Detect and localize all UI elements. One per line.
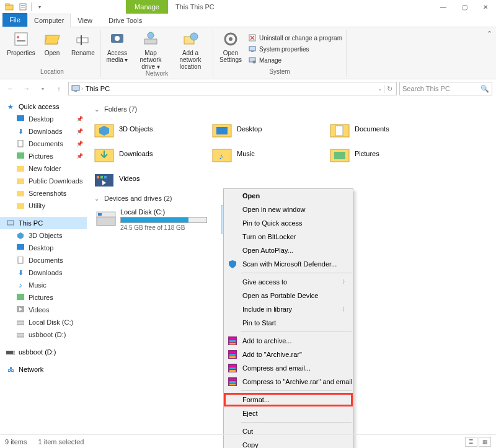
tab-computer[interactable]: Computer <box>27 14 71 27</box>
sidebar-usbboot[interactable]: usbboot (D:) <box>0 328 87 341</box>
svg-rect-73 <box>229 356 236 358</box>
maximize-button[interactable]: ▢ <box>454 0 475 14</box>
sidebar-quick-access[interactable]: ★Quick access <box>0 100 87 113</box>
ribbon-tabs: File Computer View Drive Tools <box>0 14 496 27</box>
ctx-autoplay[interactable]: Open AutoPlay... <box>224 244 353 257</box>
sidebar-this-pc[interactable]: This PC <box>0 217 87 229</box>
ctx-defender-scan[interactable]: Scan with Microsoft Defender... <box>224 257 353 271</box>
sidebar-desktop[interactable]: Desktop📌 <box>0 113 87 125</box>
sidebar-3d-objects[interactable]: 3D Objects <box>0 229 87 242</box>
ctx-pin-start[interactable]: Pin to Start <box>224 316 353 330</box>
search-box[interactable]: Search This PC 🔍 <box>399 82 492 95</box>
svg-rect-80 <box>229 381 236 383</box>
folder-videos[interactable]: Videos <box>93 166 211 191</box>
refresh-button[interactable]: ↻ <box>384 85 395 93</box>
svg-rect-1 <box>6 4 9 6</box>
sidebar-utility[interactable]: Utility <box>0 200 87 212</box>
pin-icon: 📌 <box>76 141 83 147</box>
folder-desktop[interactable]: Desktop <box>211 116 329 141</box>
ctx-add-archive[interactable]: Add to archive... <box>224 334 353 348</box>
svg-rect-26 <box>74 90 77 92</box>
sidebar-new-folder[interactable]: New folder <box>0 162 87 175</box>
svg-rect-57 <box>97 176 99 178</box>
qat-folder-icon[interactable] <box>4 1 15 12</box>
svg-rect-32 <box>17 191 24 196</box>
ribbon-collapse-icon[interactable]: ⌃ <box>487 30 492 38</box>
ctx-open[interactable]: Open <box>224 189 353 203</box>
open-settings-button[interactable]: Open Settings <box>217 30 244 68</box>
view-icons-button[interactable]: ▦ <box>479 437 491 447</box>
address-bar[interactable]: › This PC ⌄ ↻ <box>68 82 397 95</box>
manage-button[interactable]: Manage <box>248 55 342 65</box>
folder-pictures[interactable]: Pictures <box>329 141 446 166</box>
properties-button[interactable]: Properties <box>7 30 35 68</box>
ctx-eject[interactable]: Eject <box>224 406 353 420</box>
add-network-location-label: Add a network location <box>172 50 209 70</box>
up-button[interactable]: ↑ <box>52 82 66 95</box>
sidebar-tp-downloads[interactable]: ⬇Downloads <box>0 266 87 279</box>
system-properties-button[interactable]: System properties <box>248 44 342 54</box>
add-network-location-button[interactable]: Add a network location <box>172 30 209 70</box>
qat-properties-icon[interactable] <box>17 1 29 12</box>
pin-icon: 📌 <box>76 128 83 134</box>
ctx-compress-rar-email[interactable]: Compress to "Archive.rar" and email <box>224 375 353 389</box>
open-button[interactable]: Open <box>38 30 66 68</box>
history-dropdown[interactable]: ▾ <box>36 82 50 95</box>
sidebar-tp-documents[interactable]: Documents <box>0 254 87 266</box>
view-details-button[interactable]: ≣ <box>465 437 477 447</box>
sidebar-network[interactable]: 🖧Network <box>0 363 87 376</box>
svg-rect-7 <box>17 40 25 42</box>
sidebar-tp-pictures[interactable]: Pictures <box>0 291 87 304</box>
sidebar-tp-videos[interactable]: Videos <box>0 304 87 316</box>
forward-button[interactable]: → <box>20 82 33 95</box>
pictures-icon <box>16 152 25 160</box>
sidebar-documents[interactable]: Documents📌 <box>0 138 87 150</box>
map-drive-button[interactable]: Map network drive ▾ <box>133 30 168 70</box>
drive-c-free-space: 24.5 GB free of 118 GB <box>120 224 215 231</box>
sidebar-pictures[interactable]: Pictures📌 <box>0 150 87 162</box>
folder-documents[interactable]: Documents <box>329 116 446 141</box>
tab-file[interactable]: File <box>2 13 27 27</box>
address-dropdown-icon[interactable]: ⌄ <box>378 86 384 92</box>
svg-rect-67 <box>229 338 236 340</box>
drive-local-c[interactable]: Local Disk (C:) 24.5 GB free of 118 GB <box>93 206 217 234</box>
ctx-portable-device[interactable]: Open as Portable Device <box>224 289 353 302</box>
folder-music[interactable]: ♪Music <box>211 141 329 166</box>
svg-point-15 <box>148 32 154 38</box>
svg-rect-75 <box>229 365 236 367</box>
sidebar-downloads[interactable]: ⬇Downloads📌 <box>0 125 87 138</box>
pin-icon: 📌 <box>76 153 83 159</box>
access-media-button[interactable]: Access media ▾ <box>105 30 130 70</box>
sidebar-usb-drive[interactable]: usbboot (D:) <box>0 346 87 358</box>
ctx-open-new-window[interactable]: Open in new window <box>224 203 353 216</box>
tab-view[interactable]: View <box>71 13 99 27</box>
rename-button[interactable]: Rename <box>69 30 97 68</box>
system-properties-label: System properties <box>259 46 309 53</box>
usb-icon <box>6 348 15 356</box>
back-button[interactable]: ← <box>4 82 17 95</box>
ctx-give-access[interactable]: Give access to〉 <box>224 275 353 289</box>
ctx-format[interactable]: Format... <box>224 393 353 406</box>
sidebar-public-downloads[interactable]: Public Downloads <box>0 175 87 187</box>
ctx-add-archive-rar[interactable]: Add to "Archive.rar" <box>224 348 353 361</box>
minimize-button[interactable]: ― <box>433 0 454 14</box>
sidebar-screenshots[interactable]: Screenshots <box>0 187 87 200</box>
folder-downloads[interactable]: Downloads <box>93 141 211 166</box>
ctx-pin-quick-access[interactable]: Pin to Quick access <box>224 216 353 230</box>
close-button[interactable]: ✕ <box>475 0 496 14</box>
folder-icon <box>16 201 25 210</box>
folder-icon <box>16 177 25 185</box>
sidebar-tp-music[interactable]: ♪Music <box>0 279 87 291</box>
sidebar-local-disk[interactable]: Local Disk (C:) <box>0 316 87 328</box>
breadcrumb-this-pc[interactable]: This PC <box>83 85 112 92</box>
contextual-tab-manage[interactable]: Manage <box>126 0 168 14</box>
ctx-include-library[interactable]: Include in library〉 <box>224 302 353 316</box>
tab-drive-tools[interactable]: Drive Tools <box>102 13 149 27</box>
folder-3d-objects[interactable]: 3D Objects <box>93 116 211 141</box>
qat-dropdown-icon[interactable]: ▾ <box>34 1 45 12</box>
uninstall-program-button[interactable]: Uninstall or change a program <box>248 33 342 43</box>
ctx-bitlocker[interactable]: Turn on BitLocker <box>224 230 353 244</box>
ctx-compress-email[interactable]: Compress and email... <box>224 361 353 375</box>
sidebar-tp-desktop[interactable]: Desktop <box>0 242 87 254</box>
folders-header[interactable]: Folders (7) <box>93 105 490 113</box>
